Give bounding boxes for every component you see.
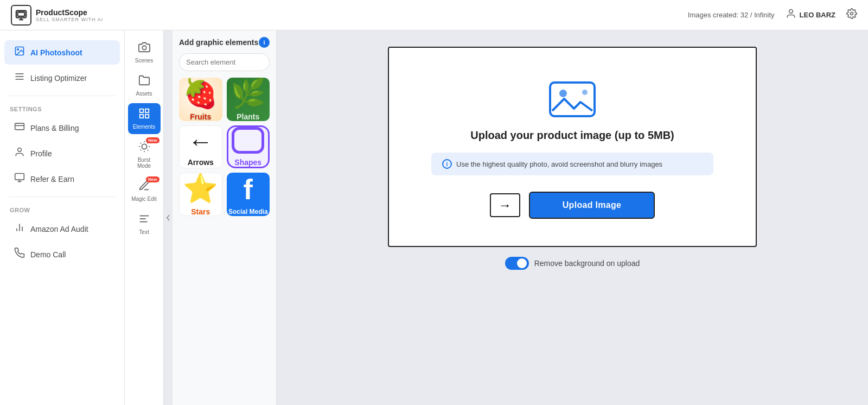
remove-background-toggle[interactable]	[505, 257, 529, 270]
panel-icon-assets[interactable]: Assets	[128, 70, 161, 101]
elements-header: Add graphic elements i	[179, 37, 270, 48]
logo-subtitle: SELL SMARTER WITH AI	[36, 17, 103, 22]
panel-icon-bar: Scenes Assets	[125, 30, 164, 405]
burst-mode-badge: New	[146, 137, 159, 143]
element-card-plants[interactable]: 🌿 Plants	[227, 78, 270, 121]
element-card-arrows[interactable]: ← Arrows	[179, 125, 222, 169]
arrow-indicator: →	[490, 193, 520, 217]
elements-info-btn[interactable]: i	[259, 37, 270, 48]
stars-label: Stars	[191, 207, 210, 216]
panel-icon-burst-mode[interactable]: Burst Mode New	[128, 136, 161, 173]
element-card-fruits[interactable]: 🍓 Fruits	[179, 78, 222, 121]
panel-icon-magic-edit[interactable]: Magic Edit New	[128, 175, 161, 206]
svg-rect-14	[15, 174, 24, 180]
assets-icon	[138, 74, 150, 89]
logo-text: ProductScope SELL SMARTER WITH AI	[36, 8, 103, 22]
sidebar-item-label-refer-earn: Refer & Earn	[30, 175, 74, 183]
elements-title: Add graphic elements	[179, 38, 258, 47]
shapes-rect	[232, 127, 264, 154]
user-info[interactable]: LEO BARZ	[786, 8, 835, 22]
logo-area: ProductScope SELL SMARTER WITH AI	[11, 5, 103, 26]
upload-image-icon	[548, 80, 597, 118]
svg-rect-23	[139, 115, 143, 118]
element-card-shapes[interactable]: Shapes	[227, 125, 270, 169]
elements-grid: 🍓 Fruits 🌿 Plants ←	[179, 78, 270, 216]
sidebar-item-listing-optimizer[interactable]: Listing Optimizer	[4, 66, 120, 90]
facebook-symbol: f	[244, 173, 253, 206]
svg-line-32	[140, 150, 141, 150]
topbar-right: Images created: 32 / Infinity LEO BARZ	[688, 8, 857, 22]
hint-info-icon: i	[442, 159, 452, 169]
svg-point-25	[142, 144, 146, 149]
plants-emoji: 🌿	[231, 78, 266, 110]
svg-point-7	[17, 49, 18, 50]
sidebar-item-label-amazon-ad-audit: Amazon Ad Audit	[30, 225, 88, 233]
sidebar-item-ai-photoshoot[interactable]: AI Photoshoot	[4, 40, 120, 65]
element-card-social-media[interactable]: f Social Media	[227, 173, 270, 216]
scenes-icon	[138, 41, 150, 56]
user-icon	[786, 8, 796, 22]
sidebar-item-demo-call[interactable]: Demo Call	[4, 242, 120, 267]
svg-point-39	[582, 90, 588, 95]
svg-rect-21	[139, 109, 143, 112]
toggle-row: Remove background on upload	[505, 257, 640, 270]
panel-icon-scenes[interactable]: Scenes	[128, 37, 161, 68]
panel-collapse-handle[interactable]	[164, 30, 173, 405]
arrow-symbol: ←	[188, 126, 213, 156]
plants-label: Plants	[237, 112, 259, 121]
sidebar-item-label-plans-billing: Plans & Billing	[30, 124, 79, 132]
sidebar-item-label-profile: Profile	[30, 149, 52, 158]
left-panel: Scenes Assets	[125, 30, 277, 405]
panel-icon-text[interactable]: Text	[128, 208, 161, 239]
upload-btn-wrap: → Upload Image	[431, 192, 713, 219]
magic-edit-label: Magic Edit	[131, 196, 157, 202]
images-created: Images created: 32 / Infinity	[688, 11, 775, 19]
ai-photoshoot-icon	[14, 46, 25, 59]
sidebar: AI Photoshoot Listing Optimizer Settings	[0, 30, 125, 405]
upload-icon-wrap	[548, 80, 597, 118]
svg-line-28	[140, 143, 141, 143]
sidebar-item-plans-billing[interactable]: Plans & Billing	[4, 116, 120, 140]
sidebar-item-profile[interactable]: Profile	[4, 141, 120, 166]
svg-rect-24	[145, 115, 148, 118]
sidebar-divider-2	[9, 197, 116, 197]
fruits-emoji: 🍓	[183, 78, 218, 110]
demo-call-icon	[14, 248, 25, 261]
svg-rect-22	[145, 109, 148, 112]
upload-main-text: Upload your product image (up to 5MB)	[470, 129, 674, 142]
elements-panel-content: Add graphic elements i 🍓 Fruits	[173, 30, 276, 405]
text-label: Text	[139, 229, 149, 235]
arrows-label: Arrows	[188, 158, 214, 167]
svg-point-4	[789, 10, 793, 14]
topbar: ProductScope SELL SMARTER WITH AI Images…	[0, 0, 868, 30]
settings-icon[interactable]	[846, 8, 857, 22]
toggle-label: Remove background on upload	[534, 259, 640, 268]
text-icon	[138, 213, 150, 227]
sidebar-divider-1	[9, 96, 116, 96]
svg-rect-1	[18, 12, 25, 16]
sidebar-item-refer-earn[interactable]: Refer & Earn	[4, 167, 120, 191]
sidebar-item-label-listing-optimizer: Listing Optimizer	[30, 74, 87, 83]
panel-inner: Scenes Assets	[125, 30, 276, 405]
upload-hint: i Use the highest quality photo, avoid s…	[431, 153, 713, 175]
layout: AI Photoshoot Listing Optimizer Settings	[0, 30, 868, 405]
scenes-label: Scenes	[135, 58, 153, 64]
panel-icon-elements[interactable]: Elements	[128, 103, 161, 134]
svg-rect-11	[15, 123, 24, 130]
upload-image-button[interactable]: Upload Image	[529, 192, 655, 219]
svg-point-13	[18, 148, 22, 152]
arrow-box: →	[490, 193, 520, 217]
svg-line-29	[147, 150, 148, 150]
plans-billing-icon	[14, 121, 25, 135]
star-emoji: ⭐	[183, 173, 218, 205]
element-card-stars[interactable]: ⭐ Stars	[179, 173, 222, 216]
elements-icon	[138, 107, 150, 122]
sidebar-item-amazon-ad-audit[interactable]: Amazon Ad Audit	[4, 217, 120, 241]
logo-title: ProductScope	[36, 8, 103, 17]
logo-icon	[11, 5, 31, 26]
upload-hint-text: Use the highest quality photo, avoid scr…	[456, 160, 662, 168]
search-input[interactable]	[179, 53, 270, 71]
sidebar-item-label-demo-call: Demo Call	[30, 250, 66, 259]
magic-edit-badge: New	[146, 176, 159, 182]
profile-icon	[14, 147, 25, 160]
